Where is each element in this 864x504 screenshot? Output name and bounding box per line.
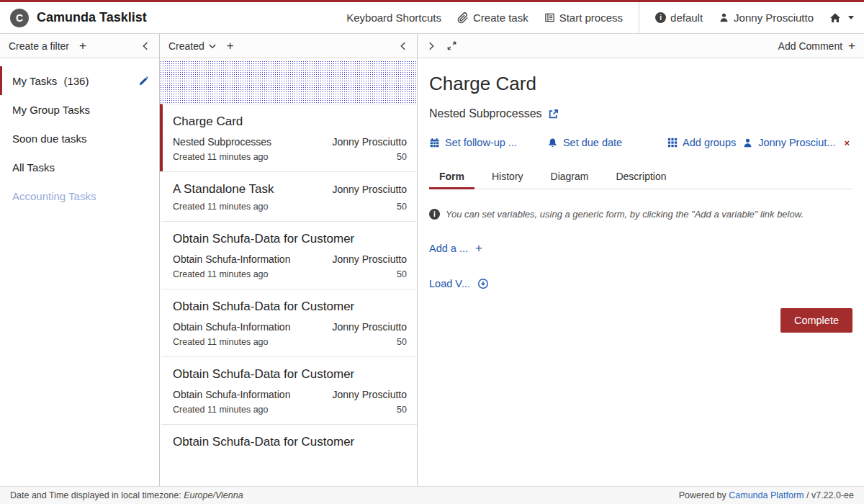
calendar-icon bbox=[429, 138, 440, 148]
task-list-column: Created + Charge Card Nested Subpr bbox=[160, 34, 418, 486]
external-link-icon[interactable] bbox=[548, 109, 559, 120]
fullscreen-icon[interactable] bbox=[446, 40, 457, 51]
footer: Date and Time displayed in local timezon… bbox=[0, 486, 864, 504]
task-assignee: Jonny Prosciutto bbox=[333, 136, 408, 148]
complete-button[interactable]: Complete bbox=[780, 308, 852, 333]
task-created: Created 11 minutes ago bbox=[173, 405, 269, 415]
filter-item-accounting-tasks[interactable]: Accounting Tasks bbox=[0, 181, 159, 210]
start-process-icon bbox=[544, 12, 555, 23]
task-item[interactable]: Obtain Schufa-Data for Customer Obtain S… bbox=[160, 289, 417, 356]
brand[interactable]: C Camunda Tasklist bbox=[10, 9, 147, 27]
add-variable-link[interactable]: Add a ... + bbox=[429, 242, 482, 254]
info-icon: i bbox=[655, 12, 666, 23]
task-created: Created 11 minutes ago bbox=[173, 152, 269, 162]
tab-diagram[interactable]: Diagram bbox=[541, 164, 599, 189]
form-info-note: i You can set variables, using a generic… bbox=[429, 209, 852, 220]
expand-task-list-button[interactable] bbox=[426, 41, 436, 51]
chevron-down-icon bbox=[208, 42, 217, 50]
complete-row: Complete bbox=[429, 308, 852, 333]
filters-sidebar: Create a filter + My Tasks (136) bbox=[0, 34, 160, 486]
person-icon bbox=[719, 12, 729, 23]
info-icon: i bbox=[429, 209, 440, 220]
assignee-link[interactable]: Jonny Prosciut... bbox=[742, 137, 835, 148]
set-followup-link[interactable]: Set follow-up ... bbox=[429, 137, 517, 148]
task-detail-panel: Add Comment + Charge Card Nested Subproc… bbox=[418, 34, 864, 486]
header-nav: Keyboard Shortcuts Create task Start pro… bbox=[346, 2, 854, 34]
create-filter-button[interactable]: + bbox=[79, 40, 86, 52]
camunda-logo-icon: C bbox=[10, 9, 29, 27]
start-process-button[interactable]: Start process bbox=[544, 12, 623, 24]
task-process: Obtain Schufa-Information bbox=[173, 321, 290, 333]
filter-item-all-tasks[interactable]: All Tasks bbox=[0, 153, 159, 181]
task-created: Created 11 minutes ago bbox=[173, 202, 269, 212]
chevron-down-icon bbox=[848, 16, 854, 19]
filter-item-my-group-tasks[interactable]: My Group Tasks bbox=[0, 95, 159, 124]
user-menu[interactable]: Jonny Prosciutto bbox=[719, 12, 814, 24]
task-item[interactable]: Obtain Schufa-Data for Customer Obtain S… bbox=[160, 356, 417, 424]
add-comment-button[interactable]: Add Comment + bbox=[778, 40, 855, 52]
add-sorting-button[interactable]: + bbox=[227, 40, 234, 52]
camunda-platform-link[interactable]: Camunda Platform bbox=[729, 490, 804, 500]
version-label: / v7.22.0-ee bbox=[806, 490, 854, 500]
powered-by-note: Powered by Camunda Platform / v7.22.0-ee bbox=[679, 490, 854, 500]
task-title: Charge Card bbox=[429, 73, 852, 95]
paperclip-icon bbox=[457, 12, 469, 24]
filter-item-soon-due-tasks[interactable]: Soon due tasks bbox=[0, 124, 159, 153]
sort-by-dropdown[interactable]: Created bbox=[168, 40, 217, 52]
task-item[interactable]: Obtain Schufa-Data for Customer bbox=[160, 424, 417, 459]
task-process: Obtain Schufa-Information bbox=[173, 389, 290, 400]
task-assignee: Jonny Prosciutto bbox=[333, 184, 408, 195]
filters-header: Create a filter + bbox=[0, 34, 159, 58]
filter-count: (136) bbox=[63, 75, 89, 87]
tab-form[interactable]: Form bbox=[429, 164, 474, 189]
main: Create a filter + My Tasks (136) bbox=[0, 34, 864, 486]
header: C Camunda Tasklist Keyboard Shortcuts Cr… bbox=[0, 2, 864, 34]
task-process-link: Nested Subprocesses bbox=[429, 107, 852, 120]
task-assignee: Jonny Prosciutto bbox=[333, 389, 408, 400]
create-filter-label: Create a filter bbox=[9, 40, 69, 52]
task-dropzone bbox=[160, 60, 417, 104]
detail-body: Charge Card Nested Subprocesses Set foll… bbox=[418, 58, 864, 486]
load-variables-link[interactable]: Load V... bbox=[429, 278, 489, 289]
timezone-note: Date and Time displayed in local timezon… bbox=[10, 490, 243, 500]
tab-description[interactable]: Description bbox=[606, 164, 676, 189]
keyboard-shortcuts-link[interactable]: Keyboard Shortcuts bbox=[346, 12, 441, 24]
timezone-value: Europe/Vienna bbox=[184, 490, 243, 500]
collapse-task-list-button[interactable] bbox=[398, 41, 408, 51]
task-item[interactable]: Obtain Schufa-Data for Customer Obtain S… bbox=[160, 221, 417, 289]
set-due-date-link[interactable]: Set due date bbox=[547, 137, 622, 148]
task-priority: 50 bbox=[397, 405, 407, 415]
plus-icon: + bbox=[848, 40, 855, 52]
tab-history[interactable]: History bbox=[482, 164, 534, 189]
filter-item-my-tasks[interactable]: My Tasks (136) bbox=[0, 66, 159, 95]
home-icon bbox=[829, 12, 841, 24]
remove-assignee-button[interactable]: × bbox=[844, 138, 850, 148]
app: C Camunda Tasklist Keyboard Shortcuts Cr… bbox=[0, 0, 864, 504]
task-created: Created 11 minutes ago bbox=[173, 269, 269, 279]
task-assignee: Jonny Prosciutto bbox=[333, 253, 408, 265]
task-process: Nested Subprocesses bbox=[173, 136, 271, 148]
add-groups-link[interactable]: Add groups bbox=[667, 137, 736, 148]
groups-grid-icon bbox=[667, 138, 678, 148]
task-list: Charge Card Nested Subprocesses Jonny Pr… bbox=[160, 58, 417, 486]
detail-tabs: Form History Diagram Description bbox=[429, 164, 852, 189]
filter-list: My Tasks (136) My Group Tasks Soon due t… bbox=[0, 58, 159, 210]
task-assignee: Jonny Prosciutto bbox=[333, 321, 408, 333]
task-action-row: Set follow-up ... Set due date bbox=[429, 137, 852, 148]
task-list-header: Created + bbox=[160, 34, 417, 58]
person-icon bbox=[742, 138, 753, 148]
home-menu[interactable] bbox=[829, 12, 854, 24]
engine-selector[interactable]: i default bbox=[655, 12, 703, 24]
header-divider bbox=[639, 2, 639, 34]
create-task-button[interactable]: Create task bbox=[457, 12, 528, 24]
task-priority: 50 bbox=[397, 337, 407, 347]
edit-filter-icon[interactable] bbox=[138, 76, 149, 86]
task-priority: 50 bbox=[397, 202, 407, 212]
detail-toolbar: Add Comment + bbox=[418, 34, 864, 58]
task-item[interactable]: Charge Card Nested Subprocesses Jonny Pr… bbox=[160, 104, 417, 171]
collapse-filters-button[interactable] bbox=[140, 41, 150, 51]
task-priority: 50 bbox=[397, 269, 407, 279]
app-title: Camunda Tasklist bbox=[37, 10, 147, 25]
bell-icon bbox=[547, 138, 558, 148]
task-item[interactable]: A Standalone Task Jonny Prosciutto Creat… bbox=[160, 171, 417, 221]
